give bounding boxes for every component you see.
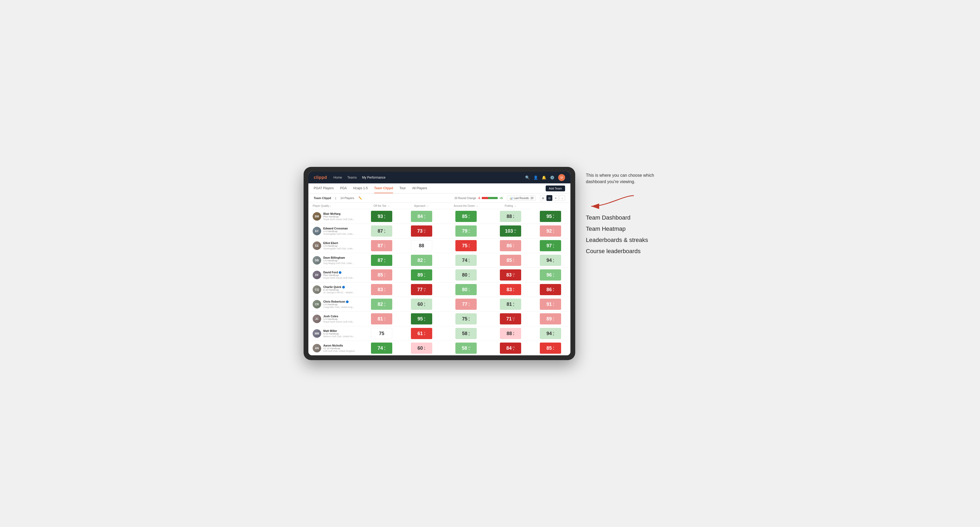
- score-cell: 8421▲: [490, 341, 530, 356]
- score-delta: 6▼: [513, 244, 514, 248]
- grid-view-button[interactable]: ⊞: [540, 195, 546, 201]
- score-delta: 10▲: [468, 346, 470, 350]
- search-icon[interactable]: 🔍: [525, 175, 530, 179]
- subnav-tour[interactable]: Tour: [399, 183, 406, 193]
- table-view-button[interactable]: ≡: [553, 195, 559, 201]
- nav-home[interactable]: Home: [333, 175, 342, 180]
- score-cell: 601▼: [402, 341, 442, 356]
- score-cell: 853▼: [490, 253, 530, 268]
- score-cell: 836▼: [490, 283, 530, 297]
- score-value: 80: [462, 287, 467, 292]
- heatmap-view-button[interactable]: ⊟: [546, 195, 552, 201]
- score-delta: 3▼: [384, 317, 386, 321]
- table-row[interactable]: CQCharlie Quick6-10 HandicapSt. George's…: [309, 283, 570, 297]
- nav-links: Home Teams My Performance: [333, 175, 519, 180]
- table-row[interactable]: MMMatt Miller6-10 HandicapWoburn Golf Cl…: [309, 326, 570, 341]
- col-header-around-green[interactable]: Around the Green →: [442, 203, 490, 209]
- score-box: 613▼: [411, 328, 432, 339]
- table-row[interactable]: ECEdward Crossman1-5 HandicapSunningdale…: [309, 224, 570, 238]
- score-cell: 958▲: [402, 312, 442, 326]
- col-header-approach[interactable]: Approach →: [402, 203, 442, 209]
- score-box: 873▼: [371, 240, 392, 251]
- player-handicap: 11-15 Handicap: [323, 347, 355, 350]
- user-icon[interactable]: 👤: [533, 175, 538, 179]
- option-team-heatmap[interactable]: Team Heatmap: [586, 225, 676, 232]
- score-value: 84: [418, 214, 423, 219]
- score-cell: 913▼: [530, 297, 570, 312]
- score-box: 853▼: [371, 269, 392, 281]
- table-row[interactable]: EEElliot Ebert1-5 HandicapSunningdale Go…: [309, 238, 570, 253]
- table-row[interactable]: DFDavid FordPlus HandicapRoyal North Dev…: [309, 268, 570, 283]
- add-team-button[interactable]: Add Team: [546, 186, 565, 191]
- score-value: 79: [462, 229, 467, 233]
- option-team-dashboard[interactable]: Team Dashboard: [586, 214, 676, 221]
- score-box: 882▼: [500, 328, 521, 339]
- score-delta: 3▲: [384, 302, 386, 306]
- score-value: 87: [378, 229, 383, 233]
- table-row[interactable]: ANAaron Nicholls11-15 HandicapDrift Golf…: [309, 341, 570, 356]
- score-delta: 3▼: [468, 302, 470, 306]
- score-box: 892▼: [540, 313, 561, 324]
- player-club: Gog Magog Golf Club, United Kingdom: [323, 262, 355, 265]
- last-rounds-icon: 📊: [509, 197, 513, 200]
- score-value: 92: [546, 229, 552, 233]
- score-delta: 2▼: [552, 317, 554, 321]
- score-delta: 9▲: [552, 214, 554, 218]
- score-delta: 1▼: [424, 346, 426, 350]
- player-cell: JCJosh Coles1-5 HandicapRoyal North Devo…: [309, 313, 362, 325]
- bell-icon[interactable]: 🔔: [542, 175, 546, 179]
- score-value: 85: [462, 214, 467, 219]
- score-cell: 799▲: [442, 224, 490, 238]
- sub-nav: PGAT Players PGA Hcaps 1-5 Team Clippd T…: [309, 183, 570, 194]
- round-change-section: 20 Round Change -5 +5: [454, 197, 503, 200]
- player-club: Sunningdale Golf Club, United Kingdom: [323, 233, 355, 235]
- player-avatar: CQ: [313, 285, 321, 294]
- score-delta: 1▲: [468, 259, 470, 262]
- score-delta: 4▼: [552, 346, 554, 350]
- subnav-pgat[interactable]: PGAT Players: [314, 183, 334, 193]
- score-cell: 959▲: [530, 209, 570, 224]
- table-row[interactable]: DBDave Billingham1-5 HandicapGog Magog G…: [309, 253, 570, 268]
- col-header-off-tee[interactable]: Off the Tee →: [362, 203, 402, 209]
- player-handicap: 1-5 Handicap: [323, 318, 355, 321]
- nav-my-performance[interactable]: My Performance: [362, 175, 385, 180]
- score-cell: 801▲: [442, 283, 490, 297]
- score-cell: 88: [402, 238, 442, 253]
- table-row[interactable]: JCJosh Coles1-5 HandicapRoyal North Devo…: [309, 312, 570, 326]
- option-course-leaderboards[interactable]: Course leaderboards: [586, 248, 676, 255]
- score-box: 748▲: [371, 343, 392, 354]
- score-value: 94: [546, 258, 552, 263]
- nav-actions: 🔍 👤 🔔 ⚙️ U: [525, 174, 565, 181]
- subnav-hcaps[interactable]: Hcaps 1-5: [353, 183, 368, 193]
- table-row[interactable]: CRChris Robertson1-5 HandicapCraigmillar…: [309, 297, 570, 312]
- score-delta: 10▼: [512, 273, 515, 277]
- subnav-pga[interactable]: PGA: [340, 183, 347, 193]
- score-delta: 8▲: [468, 214, 470, 219]
- tablet-frame: clippd Home Teams My Performance 🔍 👤 🔔 ⚙…: [304, 167, 575, 360]
- score-box: 602▲: [411, 298, 432, 310]
- score-value: 86: [506, 243, 512, 248]
- subnav-all-players[interactable]: All Players: [412, 183, 427, 193]
- last-rounds-button[interactable]: 📊 Last Rounds: 20: [507, 195, 536, 201]
- annotation-arrow: [586, 193, 639, 209]
- score-cell: 803▲: [442, 268, 490, 283]
- player-club: Craigmillar Park, United Kingdom: [323, 306, 355, 308]
- table-row[interactable]: BMBlair McHargPlus HandicapRoyal North D…: [309, 209, 570, 224]
- player-name: Charlie Quick: [323, 285, 355, 289]
- edit-icon[interactable]: ✏️: [358, 197, 362, 200]
- col-header-player[interactable]: Player Quality ↓: [309, 203, 362, 209]
- score-value: 60: [418, 346, 423, 351]
- score-value: 85: [546, 346, 552, 351]
- player-handicap: 1-5 Handicap: [323, 259, 355, 262]
- export-button[interactable]: ↓: [559, 195, 565, 201]
- score-delta: 7▲: [424, 273, 426, 277]
- option-leaderboards[interactable]: Leaderboards & streaks: [586, 237, 676, 243]
- avatar[interactable]: U: [558, 174, 565, 181]
- score-box: 584▲: [455, 328, 477, 339]
- settings-icon[interactable]: ⚙️: [550, 175, 554, 179]
- nav-teams[interactable]: Teams: [347, 175, 356, 180]
- score-value: 77: [417, 287, 423, 292]
- subnav-team-clippd[interactable]: Team Clippd: [374, 183, 393, 193]
- col-header-putting[interactable]: Putting →: [490, 203, 530, 209]
- score-box: 866▼: [500, 240, 521, 251]
